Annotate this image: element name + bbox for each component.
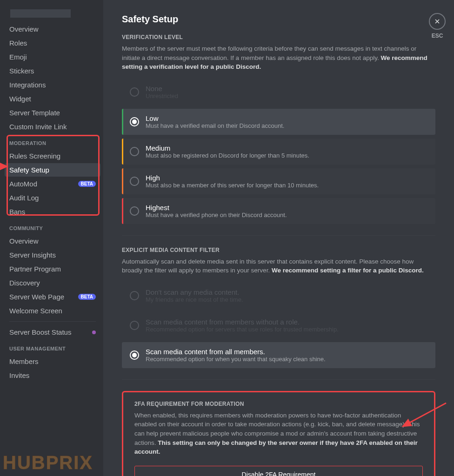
radio-icon [130, 117, 139, 126]
sidebar-item-bans[interactable]: Bans [5, 205, 100, 218]
beta-badge: BETA [78, 294, 96, 300]
sidebar-item-roles[interactable]: Roles [5, 36, 100, 50]
explicit-option-members-without-role[interactable]: Scan media content from members without … [122, 312, 435, 338]
verification-heading: VERIFICATION LEVEL [122, 34, 435, 40]
sidebar-item-automod[interactable]: AutoModBETA [5, 177, 100, 191]
sidebar-item-members[interactable]: Members [5, 355, 100, 368]
explicit-option-all-members[interactable]: Scan media content from all members. Rec… [122, 342, 435, 368]
radio-icon [130, 147, 139, 156]
verification-option-none[interactable]: None Unrestricted [122, 79, 435, 105]
verification-option-low[interactable]: Low Must have a verified email on their … [122, 109, 435, 135]
sidebar-item-emoji[interactable]: Emoji [5, 50, 100, 64]
sidebar-item-custom-invite-link[interactable]: Custom Invite Link [5, 120, 100, 133]
close-icon [434, 18, 441, 25]
beta-badge: BETA [78, 181, 96, 187]
sidebar-item-server-template[interactable]: Server Template [5, 106, 100, 119]
radio-icon [130, 350, 139, 360]
mfa-highlight-box: 2FA REQUIREMENT FOR MODERATION When enab… [122, 391, 435, 476]
sidebar-heading-user-management: USER MANAGEMENT [5, 339, 100, 354]
mfa-heading: 2FA REQUIREMENT FOR MODERATION [134, 401, 423, 407]
boost-indicator-icon [92, 331, 96, 334]
sidebar-item-audit-log[interactable]: Audit Log [5, 191, 100, 205]
verification-option-medium[interactable]: Medium Must also be registered on Discor… [122, 139, 435, 165]
sidebar-item-server-web-page[interactable]: Server Web PageBETA [5, 290, 100, 304]
sidebar-heading-community: COMMUNITY [5, 219, 100, 234]
radio-icon [130, 177, 139, 186]
sidebar-item-server-insights[interactable]: Server Insights [5, 248, 100, 262]
close-button[interactable] [429, 13, 446, 30]
settings-content: ESC Safety Setup VERIFICATION LEVEL Memb… [103, 0, 454, 476]
disable-2fa-button[interactable]: Disable 2FA Requirement [134, 466, 423, 476]
section-divider [122, 235, 435, 236]
server-name-placeholder [10, 9, 71, 18]
sidebar-item-discovery[interactable]: Discovery [5, 276, 100, 290]
radio-icon [130, 291, 139, 300]
sidebar-item-integrations[interactable]: Integrations [5, 78, 100, 92]
mfa-description: When enabled, this requires members with… [134, 411, 423, 456]
sidebar-heading-moderation: MODERATION [5, 134, 100, 149]
sidebar-item-overview[interactable]: Overview [5, 22, 100, 36]
verification-option-highest[interactable]: Highest Must have a verified phone on th… [122, 198, 435, 224]
sidebar-item-community-overview[interactable]: Overview [5, 234, 100, 248]
settings-sidebar: Overview Roles Emoji Stickers Integratio… [0, 0, 103, 476]
sidebar-item-welcome-screen[interactable]: Welcome Screen [5, 304, 100, 317]
explicit-heading: EXPLICIT MEDIA CONTENT FILTER [122, 247, 435, 253]
section-divider [122, 379, 435, 380]
sidebar-item-safety-setup[interactable]: Safety Setup [5, 163, 100, 177]
esc-label: ESC [432, 33, 443, 39]
arrow-annotation-left [0, 163, 8, 170]
explicit-option-none[interactable]: Don't scan any media content. My friends… [122, 283, 435, 309]
page-title: Safety Setup [122, 14, 435, 25]
radio-icon [130, 321, 139, 330]
verification-option-high[interactable]: High Must also be a member of this serve… [122, 168, 435, 194]
sidebar-item-server-boost[interactable]: Server Boost Status [5, 325, 100, 339]
sidebar-item-widget[interactable]: Widget [5, 92, 100, 106]
explicit-description: Automatically scan and delete media sent… [122, 257, 435, 275]
radio-icon [130, 206, 139, 216]
verification-description: Members of the server must meet the foll… [122, 44, 435, 72]
sidebar-item-partner-program[interactable]: Partner Program [5, 262, 100, 276]
radio-icon [130, 87, 139, 97]
sidebar-item-invites[interactable]: Invites [5, 369, 100, 382]
sidebar-item-stickers[interactable]: Stickers [5, 64, 100, 78]
sidebar-item-rules-screening[interactable]: Rules Screening [5, 149, 100, 163]
sidebar-divider [9, 321, 96, 322]
